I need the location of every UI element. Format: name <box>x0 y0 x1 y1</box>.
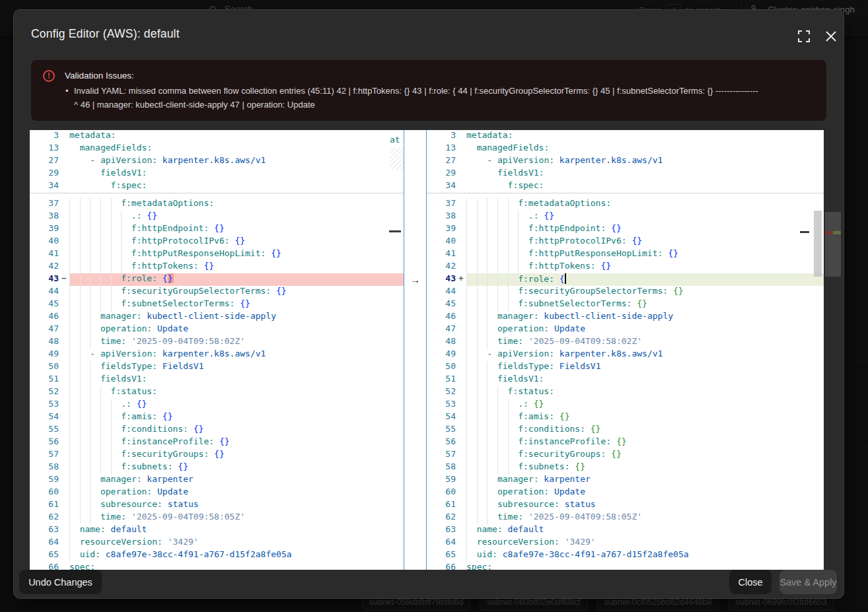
code-line[interactable]: 55f:conditions: {} <box>30 424 404 436</box>
code-line[interactable]: 60operation: Update <box>427 487 824 499</box>
diff-revert-arrow-icon[interactable]: → <box>405 273 425 286</box>
code-line[interactable]: 40f:httpProtocolIPv6: {} <box>427 236 824 248</box>
diff-modified-pane[interactable]: 3metadata:13managedFields:27- apiVersion… <box>427 130 824 570</box>
code-line[interactable]: 63name: default <box>30 524 404 537</box>
code-line[interactable]: 29fieldsV1: <box>427 168 824 180</box>
code-line[interactable]: 29fieldsV1: <box>30 168 404 180</box>
code-line[interactable]: 45f:subnetSelectorTerms: {} <box>30 298 404 311</box>
line-number: 46 <box>427 311 456 323</box>
line-number: 46 <box>30 311 59 323</box>
close-icon[interactable] <box>824 30 838 43</box>
code-line[interactable]: 51fieldsV1: <box>30 374 404 386</box>
code-line[interactable]: 50fieldsType: FieldsV1 <box>30 361 404 374</box>
diff-sign <box>59 424 69 436</box>
diff-sign <box>59 524 69 537</box>
code-line[interactable]: 66spec: <box>30 562 404 570</box>
code-line[interactable]: 53.: {} <box>427 399 824 411</box>
diff-sign <box>456 424 466 436</box>
diff-original-pane[interactable]: 3metadata:13managedFields:27- apiVersion… <box>30 130 404 570</box>
code-line[interactable]: 27- apiVersion: karpenter.k8s.aws/v1 <box>427 155 824 168</box>
code-line[interactable]: 66spec: <box>427 562 824 570</box>
diff-sign <box>456 180 466 193</box>
code-line[interactable]: 40f:httpProtocolIPv6: {} <box>30 236 404 248</box>
code-line[interactable]: 39f:httpEndpoint: {} <box>427 223 824 236</box>
code-line[interactable]: 58f:subnets: {} <box>30 461 404 474</box>
code-line[interactable]: 27- apiVersion: karpenter.k8s.aws/v1 <box>30 155 404 168</box>
code-line[interactable]: 13managedFields: <box>427 143 824 155</box>
code-line[interactable]: 61subresource: status <box>30 499 404 512</box>
code-line[interactable]: 37f:metadataOptions: <box>30 198 404 211</box>
code-line[interactable]: 48time: '2025-09-04T09:58:02Z' <box>427 336 824 349</box>
undo-changes-button[interactable]: Undo Changes <box>19 570 102 594</box>
code-line[interactable]: 64resourceVersion: '3429' <box>427 537 824 549</box>
fullscreen-icon[interactable] <box>797 30 811 43</box>
code-line[interactable]: 41f:httpPutResponseHopLimit: {} <box>30 248 404 261</box>
line-number: 50 <box>427 361 456 374</box>
code-line[interactable]: 48time: '2025-09-04T09:58:02Z' <box>30 336 404 349</box>
code-line[interactable]: 52f:status: <box>427 386 824 399</box>
code-line[interactable]: 58f:subnets: {} <box>427 461 824 474</box>
code-line[interactable]: 54f:amis: {} <box>427 411 824 424</box>
diff-sign <box>456 211 466 223</box>
code-line[interactable]: 43−f:role: {} <box>30 273 404 286</box>
code-line[interactable]: 55f:conditions: {} <box>427 424 824 436</box>
code-line[interactable]: 47operation: Update <box>30 323 404 336</box>
code-line[interactable]: 13managedFields: <box>30 143 404 155</box>
code-line[interactable]: 49- apiVersion: karpenter.k8s.aws/v1 <box>427 349 824 361</box>
line-number: 50 <box>30 361 59 374</box>
code-line[interactable]: 38.: {} <box>30 211 404 223</box>
code-line[interactable]: 44f:securityGroupSelectorTerms: {} <box>30 286 404 298</box>
close-button[interactable]: Close <box>729 570 772 594</box>
code-line[interactable]: 42f:httpTokens: {} <box>427 261 824 273</box>
code-line[interactable]: 61subresource: status <box>427 499 824 512</box>
diff-splitter[interactable] <box>404 130 427 570</box>
line-number: 13 <box>30 143 59 155</box>
code-line[interactable]: 51fieldsV1: <box>427 374 824 386</box>
line-number: 52 <box>427 386 456 399</box>
code-line[interactable]: 3metadata: <box>427 130 824 143</box>
code-line[interactable]: 56f:instanceProfile: {} <box>427 436 824 449</box>
code-line[interactable]: 3metadata: <box>30 130 404 143</box>
line-number: 41 <box>30 248 59 261</box>
diff-sign <box>456 562 466 570</box>
code-line[interactable]: 50fieldsType: FieldsV1 <box>427 361 824 374</box>
overview-ruler-mark-left <box>389 230 401 232</box>
code-line[interactable]: 34f:spec: <box>30 180 404 193</box>
code-line[interactable]: 47operation: Update <box>427 323 824 336</box>
code-line[interactable]: 54f:amis: {} <box>30 411 404 424</box>
code-line[interactable]: 49- apiVersion: karpenter.k8s.aws/v1 <box>30 349 404 361</box>
code-line[interactable]: 63name: default <box>427 524 824 537</box>
code-line[interactable]: 53.: {} <box>30 399 404 411</box>
code-line[interactable]: 45f:subnetSelectorTerms: {} <box>427 298 824 311</box>
editor-scrollbar[interactable] <box>814 211 822 277</box>
diff-sign <box>456 168 466 180</box>
code-line[interactable]: 37f:metadataOptions: <box>427 198 824 211</box>
line-number: 61 <box>427 499 456 512</box>
code-line[interactable]: 59manager: karpenter <box>427 474 824 487</box>
code-line[interactable]: 62time: '2025-09-04T09:58:05Z' <box>427 512 824 524</box>
code-line[interactable]: 39f:httpEndpoint: {} <box>30 223 404 236</box>
code-line[interactable]: 62time: '2025-09-04T09:58:05Z' <box>30 512 404 524</box>
code-line[interactable]: 65uid: c8afe97e-38cc-4f91-a767-d15f2a8fe… <box>427 549 824 562</box>
code-line[interactable]: 43+f:role: { <box>427 273 824 286</box>
code-line[interactable]: 65uid: c8afe97e-38cc-4f91-a767-d15f2a8fe… <box>30 549 404 562</box>
code-line[interactable]: 60operation: Update <box>30 487 404 499</box>
code-line[interactable]: 42f:httpTokens: {} <box>30 261 404 273</box>
code-line[interactable]: 34f:spec: <box>427 180 824 193</box>
save-apply-button[interactable]: Save & Apply <box>779 570 837 594</box>
line-number: 66 <box>427 562 456 570</box>
code-line[interactable]: 38.: {} <box>427 211 824 223</box>
code-line[interactable]: 57f:securityGroups: {} <box>30 449 404 461</box>
code-line[interactable]: 64resourceVersion: '3429' <box>30 537 404 549</box>
code-line[interactable]: 46manager: kubectl-client-side-apply <box>427 311 824 323</box>
code-line[interactable]: 59manager: karpenter <box>30 474 404 487</box>
code-line[interactable]: 41f:httpPutResponseHopLimit: {} <box>427 248 824 261</box>
code-line[interactable]: 56f:instanceProfile: {} <box>30 436 404 449</box>
code-line[interactable]: 44f:securityGroupSelectorTerms: {} <box>427 286 824 298</box>
code-line[interactable]: 57f:securityGroups: {} <box>427 449 824 461</box>
code-line[interactable]: 52f:status: <box>30 386 404 399</box>
config-editor-modal: Config Editor (AWS): default ! Validatio… <box>13 9 844 599</box>
modal-scrollbar[interactable] <box>825 212 841 277</box>
yaml-diff-editor[interactable]: 3metadata:13managedFields:27- apiVersion… <box>30 130 824 570</box>
code-line[interactable]: 46manager: kubectl-client-side-apply <box>30 311 404 323</box>
